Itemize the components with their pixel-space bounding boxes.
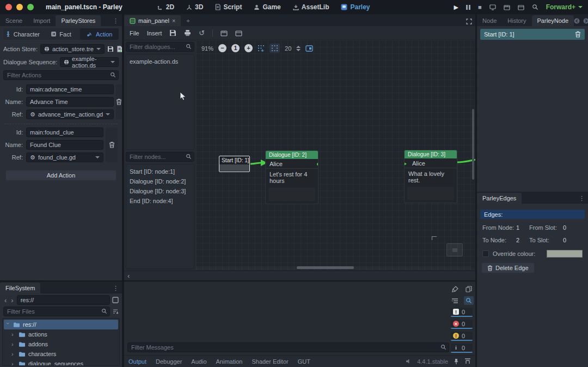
minimap[interactable] [446, 243, 463, 256]
output-port[interactable] [317, 163, 318, 166]
canvas-vertical-scrollbar[interactable] [472, 109, 474, 180]
test-scene-icon[interactable] [235, 30, 242, 36]
zoom-out-button[interactable]: − [218, 44, 226, 52]
collapse-messages-button[interactable] [450, 296, 460, 305]
more-vert-icon[interactable]: ⋮ [579, 195, 585, 202]
expand-arrow-icon[interactable]: › [11, 351, 16, 357]
stop-button[interactable]: ■ [478, 4, 482, 10]
minimize-window-button[interactable] [16, 4, 23, 10]
dialogue-file-item[interactable]: example-action.ds [130, 57, 191, 66]
pause-button[interactable] [466, 5, 470, 10]
graph-node-dialogue-2[interactable]: Dialogue [ID: 2] Alice Let's rest for 4 … [265, 150, 318, 204]
menu-2d[interactable]: 2D [157, 3, 174, 11]
expand-arrow-icon[interactable]: › [11, 360, 16, 366]
bottom-tab-output[interactable]: Output [128, 358, 146, 365]
action-name-field[interactable]: Advance Time [26, 97, 114, 107]
more-vert-icon[interactable]: ⋮ [113, 285, 119, 292]
error-count-filter[interactable]: × 0 [451, 320, 473, 329]
filesystem-item[interactable]: › res:// [4, 320, 118, 329]
colour-swatch[interactable] [547, 250, 583, 258]
snap-toggle-icon[interactable] [270, 44, 280, 53]
sort-files-icon[interactable] [112, 308, 119, 315]
delete-action-button[interactable] [116, 84, 122, 119]
tab-main-panel[interactable]: main_panel × [124, 15, 181, 26]
tab-import[interactable]: Import [28, 15, 56, 26]
action-id-field[interactable]: main:found_clue [26, 127, 103, 137]
refresh-icon[interactable]: ↺ [199, 29, 205, 37]
copy-output-button[interactable] [464, 285, 474, 293]
filter-nodes-input[interactable] [126, 152, 194, 162]
prev-tab-icon[interactable] [574, 18, 580, 24]
pin-bottom-panel-icon[interactable] [454, 358, 459, 365]
test-dialogue-icon[interactable] [220, 30, 228, 36]
bottom-tab-gut[interactable]: GUT [298, 358, 310, 365]
selected-node-header[interactable]: Start [ID: 1] [480, 29, 585, 40]
minimap-toggle-icon[interactable] [305, 45, 313, 52]
graph-node-start[interactable]: Start [ID: 1] [219, 156, 250, 172]
snap-distance-stepper[interactable] [296, 46, 301, 51]
file-menu[interactable]: File [130, 30, 139, 36]
filter-messages-input[interactable] [127, 342, 449, 352]
node-list-item[interactable]: Dialogue [ID: node:2] [130, 176, 191, 186]
expand-arrow-icon[interactable]: › [11, 331, 16, 338]
insert-menu[interactable]: Insert [147, 30, 162, 36]
clear-output-button[interactable] [450, 285, 460, 293]
history-back-button[interactable]: ‹ [3, 296, 8, 304]
delete-edge-button[interactable]: Delete Edge [481, 262, 535, 273]
search-messages-button[interactable] [464, 296, 474, 305]
collapse-arrow-icon[interactable]: › [5, 322, 11, 327]
override-colour-checkbox[interactable] [482, 250, 489, 257]
new-script-button[interactable] [117, 46, 122, 52]
close-tab-icon[interactable]: × [172, 17, 175, 24]
bottom-tab-debugger[interactable]: Debugger [156, 358, 182, 365]
menu-assetlib[interactable]: AssetLib [293, 3, 329, 11]
expand-bottom-panel-icon[interactable] [464, 358, 471, 364]
close-window-button[interactable] [5, 4, 12, 10]
tab-history[interactable]: History [502, 15, 531, 26]
node-list-item[interactable]: Dialogue [ID: node:3] [130, 186, 191, 196]
graph-node-dialogue-3[interactable]: Dialogue [ID: 3] Alice What a lovely res… [404, 150, 457, 203]
movie-maker-button[interactable] [532, 4, 538, 10]
zoom-in-button[interactable]: + [244, 44, 253, 52]
node-list-item[interactable]: End [ID: node:4] [130, 196, 191, 206]
play-button[interactable]: ▶ [454, 4, 458, 11]
tab-filesystem[interactable]: FileSystem [0, 283, 40, 293]
action-name-field[interactable]: Found Clue [26, 140, 103, 150]
collapse-arrow-icon[interactable]: ‹ [127, 272, 130, 280]
remote-debug-button[interactable] [489, 4, 496, 10]
play-custom-scene-button[interactable] [518, 4, 524, 10]
save-icon[interactable] [169, 29, 176, 36]
menu-game[interactable]: Game [254, 3, 280, 11]
next-tab-icon[interactable] [583, 18, 588, 24]
canvas-horizontal-scrollbar[interactable] [297, 266, 354, 269]
filter-actions-input[interactable] [3, 70, 119, 80]
node-list-item[interactable]: Start [ID: node:1] [130, 167, 191, 176]
snap-distance-value[interactable]: 20 [285, 45, 291, 52]
tab-node[interactable]: Node [477, 15, 502, 26]
bottom-tab-shader-editor[interactable]: Shader Editor [252, 358, 288, 365]
new-tab-button[interactable]: + [181, 15, 195, 26]
history-forward-button[interactable]: › [10, 296, 14, 304]
graph-canvas[interactable]: 91% − 1 + 20 [196, 40, 475, 271]
subtab-fact[interactable]: Fact [42, 28, 81, 40]
action-store-dropdown[interactable]: action_store.tre [40, 44, 105, 54]
play-scene-button[interactable] [504, 4, 510, 10]
delete-action-button[interactable] [106, 127, 118, 162]
save-store-button[interactable] [107, 46, 114, 52]
zoom-reset-button[interactable]: 1 [231, 44, 240, 52]
subtab-character[interactable]: Character [3, 28, 42, 40]
print-count-filter[interactable]: ! 0 [451, 308, 473, 317]
menu-script[interactable]: Script [215, 3, 242, 11]
subtab-action[interactable]: Action [80, 28, 119, 40]
bottom-tab-audio[interactable]: Audio [191, 358, 206, 365]
filesystem-item[interactable]: › addons [3, 339, 119, 349]
renderer-selector[interactable]: Forward+ [546, 3, 583, 11]
warning-count-filter[interactable]: ! 0 [451, 332, 473, 341]
action-ref-dropdown[interactable]: ⚙ advance_time_action.gd [26, 109, 114, 119]
info-count-filter[interactable]: i 0 [451, 344, 473, 353]
filter-dialogues-input[interactable] [126, 42, 194, 52]
input-port[interactable] [404, 161, 407, 167]
filter-files-input[interactable] [3, 307, 110, 316]
filesystem-item[interactable]: › characters [3, 349, 119, 359]
more-vert-icon[interactable]: ⋮ [113, 17, 119, 25]
